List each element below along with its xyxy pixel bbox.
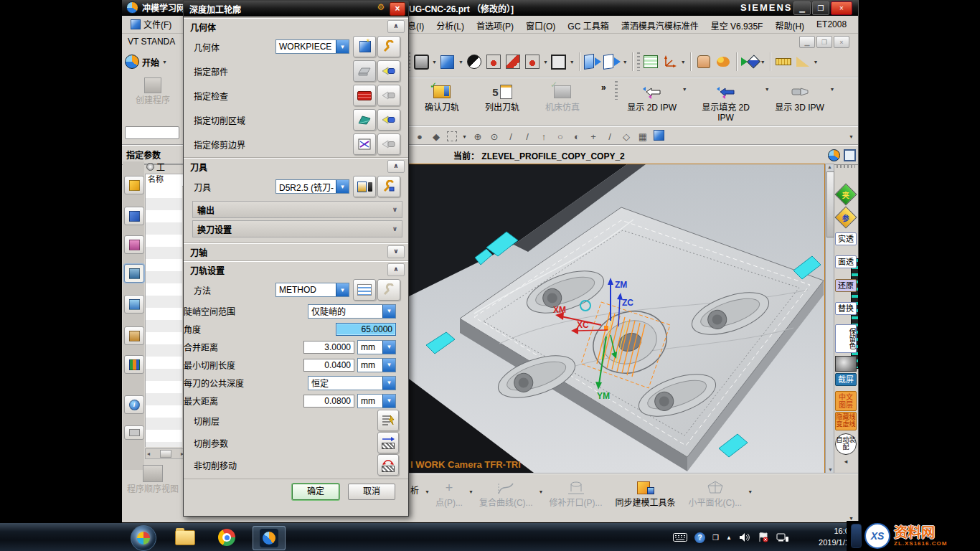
select-rectangle-icon[interactable]	[447, 131, 457, 141]
measure-angle-icon[interactable]	[794, 53, 811, 70]
solid-translucent-button[interactable]: 实透	[835, 232, 857, 245]
cut-params-button[interactable]	[377, 432, 399, 453]
move-object-icon[interactable]	[695, 53, 712, 70]
synchronous-modeling-button[interactable]: 同步建模工具条	[608, 476, 683, 509]
edit-geometry-wrench-button[interactable]	[377, 36, 400, 57]
new-tool-button[interactable]	[353, 176, 376, 197]
dropdown-arrow-icon[interactable]: ▼	[425, 489, 430, 494]
dropdown-arrow-icon[interactable]: ▼	[336, 180, 349, 193]
cut-area-icon[interactable]	[353, 109, 376, 131]
check-geometry-icon[interactable]	[353, 85, 376, 106]
depth-per-cut-select[interactable]: 恒定 ▼	[308, 376, 396, 390]
replace-button[interactable]: 替换	[835, 302, 857, 315]
geometry-select[interactable]: WORKPIECE ▼	[275, 39, 349, 54]
hidden-line-dashed-button[interactable]: 隐藏线变虚线	[835, 412, 857, 430]
new-geometry-button[interactable]: *	[353, 36, 376, 57]
reuse-library-icon[interactable]	[124, 326, 144, 345]
max-distance-unit-select[interactable]: mm▼	[357, 394, 396, 408]
edit-tool-wrench-button[interactable]	[377, 176, 400, 197]
steep-range-select[interactable]: 仅陡峭的 ▼	[308, 304, 396, 319]
horizontal-scrollbar[interactable]: ◂ ▸	[145, 448, 186, 459]
layer-settings-icon[interactable]	[642, 53, 659, 70]
snap-point-icon[interactable]: ⊕	[472, 131, 484, 142]
hidden-edge-icon[interactable]	[524, 53, 541, 70]
tool-change-subsection[interactable]: 换刀设置 ∨	[192, 220, 402, 237]
dropdown-arrow-icon[interactable]: ▼	[382, 395, 395, 408]
scroll-left-icon[interactable]: ◂	[147, 451, 150, 457]
child-minimize-icon[interactable]: ▁	[799, 36, 815, 48]
section-view-icon[interactable]	[504, 53, 522, 70]
dropdown-arrow-icon[interactable]: ▼	[760, 60, 765, 65]
path-settings-section-header[interactable]: 刀轨设置 ∧	[184, 261, 408, 278]
expand-icon[interactable]: ∨	[392, 206, 397, 213]
show-hide-icon[interactable]	[741, 53, 758, 70]
menu-analysis[interactable]: 分析(L)	[436, 19, 464, 32]
snap-endpoint-icon[interactable]: ⊙	[489, 131, 500, 142]
dropdown-arrow-icon[interactable]: ▼	[468, 489, 473, 494]
snap-midpoint-icon[interactable]: /	[522, 131, 533, 142]
restore-tray-icon[interactable]: ❐	[712, 534, 719, 542]
operation-navigator-icon[interactable]	[124, 264, 144, 283]
menu-window[interactable]: 窗口(O)	[526, 19, 555, 32]
operation-list[interactable]	[145, 186, 182, 447]
snap-arc-icon[interactable]: ↑	[538, 131, 550, 142]
dropdown-arrow-icon[interactable]: ▼	[432, 60, 437, 65]
render-style-icon[interactable]	[466, 53, 483, 70]
toolbar-grip[interactable]	[615, 81, 618, 100]
name-column-header[interactable]: 名称	[145, 174, 184, 187]
collapse-icon[interactable]: ∧	[387, 263, 405, 276]
dropdown-arrow-icon[interactable]: ▼	[849, 516, 854, 521]
toolbar-grip[interactable]	[637, 52, 640, 71]
dropdown-arrow-icon[interactable]: ▼	[682, 87, 687, 92]
dropdown-arrow-icon[interactable]: ▼	[336, 283, 349, 296]
trim-boundary-icon[interactable]	[353, 133, 376, 155]
nx-status-icon[interactable]	[828, 149, 840, 161]
dropdown-arrow-icon[interactable]: ▼	[382, 341, 395, 354]
menu-help[interactable]: 帮助(H)	[775, 19, 804, 32]
file-menu[interactable]: 文件(F)	[131, 18, 171, 30]
menu-xingkong[interactable]: 星空 V6.935F	[711, 19, 763, 32]
dropdown-arrow-icon[interactable]: ▼	[814, 60, 819, 65]
window-tile-icon[interactable]	[844, 149, 856, 161]
merge-unit-select[interactable]: mm▼	[357, 340, 396, 354]
shaded-view-icon[interactable]	[439, 53, 456, 70]
dialog-titlebar[interactable]: 深度加工轮廓 ⚙ ×	[184, 1, 408, 17]
tool-axis-section-header[interactable]: 刀轴 ∨	[184, 243, 408, 260]
min-cut-length-field[interactable]: 0.0400	[303, 359, 354, 372]
dropdown-arrow-icon[interactable]: ▼	[382, 359, 395, 372]
model-view[interactable]: ZM ZC XM XC YM I WORK Camera TFR-TRI	[406, 164, 824, 473]
geometry-section-header[interactable]: 几何体 ∧	[184, 18, 408, 34]
clip-section-icon[interactable]	[584, 53, 601, 70]
menu-mold-standard[interactable]: 潇洒模具汽模标准件	[621, 19, 699, 32]
dropdown-arrow-icon[interactable]: ▼	[539, 489, 544, 494]
reference-tool-icon[interactable]: 参	[835, 209, 857, 225]
scroll-thumb[interactable]	[826, 171, 834, 237]
background-icon[interactable]	[550, 53, 567, 70]
max-distance-field[interactable]: 0.0800	[303, 395, 354, 408]
dropdown-arrow-icon[interactable]: ▼	[570, 60, 575, 65]
show-3d-ipw-button[interactable]: 显示 3D IPW	[770, 81, 830, 114]
snap-intersection-icon[interactable]: +	[588, 131, 599, 142]
select-cut-area-flashlight-icon[interactable]	[377, 109, 400, 131]
snap-line-icon[interactable]: /	[505, 131, 517, 142]
graphics-viewport[interactable]: ZM ZC XM XC YM I WORK Camera TFR-TRI	[405, 164, 825, 474]
dropdown-arrow-icon[interactable]: ▼	[382, 377, 395, 390]
sidebar-grip[interactable]	[835, 165, 857, 168]
wcs-icon[interactable]	[661, 53, 679, 70]
dropdown-arrow-icon[interactable]: ▼	[382, 305, 395, 318]
collapse-icon[interactable]: ∧	[387, 20, 405, 33]
verify-toolpath-button[interactable]: ✓ 确认刀轨	[412, 81, 472, 114]
measure-distance-icon[interactable]	[775, 53, 792, 70]
snap-quadrant-icon[interactable]: ◐	[571, 131, 583, 142]
method-select[interactable]: METHOD ▼	[275, 283, 349, 297]
dropdown-arrow-icon[interactable]: ▼	[462, 134, 467, 139]
constraint-navigator-icon[interactable]	[124, 207, 144, 225]
menu-gc-toolbox[interactable]: GC 工具箱	[567, 19, 608, 32]
face-translucent-button[interactable]: 面透	[835, 255, 857, 268]
clamp-tool-icon[interactable]: 夹	[835, 187, 857, 202]
minimize-icon[interactable]: ▁	[793, 1, 811, 15]
snap-body-icon[interactable]: ●	[414, 131, 425, 142]
keyboard-language-icon[interactable]	[673, 533, 687, 542]
menu-info[interactable]: 息(I)	[407, 19, 424, 32]
collapse-arrow-icon[interactable]: ◂	[835, 458, 857, 465]
